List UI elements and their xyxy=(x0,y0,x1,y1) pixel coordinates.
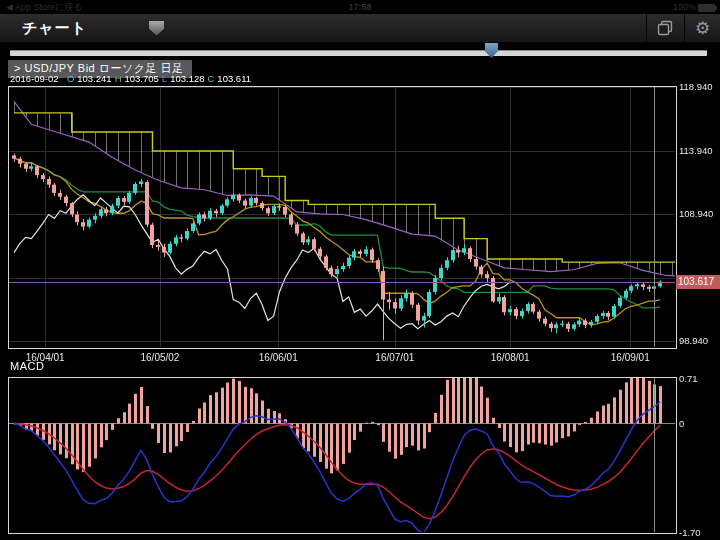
macd-axis-label: 0.71 xyxy=(679,373,698,384)
settings-button[interactable]: ⚙ xyxy=(684,14,720,42)
y-axis-label: 108.940 xyxy=(679,208,713,219)
x-axis-label: 16/08/01 xyxy=(484,352,536,363)
chart-selector-icon[interactable] xyxy=(149,21,164,36)
current-price-badge: 103.617 xyxy=(676,275,720,289)
nav-bar: チャート ⚙ xyxy=(0,14,720,43)
low-label: L xyxy=(162,73,167,84)
close-value: 103.611 xyxy=(217,73,251,84)
windows-button[interactable] xyxy=(646,14,682,42)
clock: 17:58 xyxy=(0,2,720,12)
battery-icon xyxy=(698,4,715,12)
open-value: 103.241 xyxy=(77,73,111,84)
x-axis-label: 16/07/01 xyxy=(369,352,421,363)
overlapping-windows-icon xyxy=(657,20,673,36)
high-label: H xyxy=(115,73,122,84)
y-axis-label: 113.940 xyxy=(679,145,713,156)
low-value: 103.128 xyxy=(170,73,204,84)
y-axis-label: 98.940 xyxy=(679,335,708,346)
x-axis-label: 16/06/01 xyxy=(252,352,304,363)
x-axis-label: 16/05/02 xyxy=(134,352,186,363)
ohlc-readout: 2016-09-02 O103.241H103.705L103.128C103.… xyxy=(10,73,254,84)
gear-icon: ⚙ xyxy=(695,20,710,37)
app-window: ◀ App Storeに戻る 17:58 100% チャート ⚙ > USD/J… xyxy=(0,0,720,540)
x-axis-label: 16/09/01 xyxy=(604,352,656,363)
y-axis-label: 118.940 xyxy=(679,81,713,92)
open-label: O xyxy=(67,73,74,84)
time-scrollbar-track[interactable] xyxy=(10,50,707,56)
battery-percent: 100% xyxy=(673,2,696,12)
status-bar: ◀ App Storeに戻る 17:58 100% xyxy=(0,0,720,14)
macd-axis-label: 0 xyxy=(679,418,684,429)
close-label: C xyxy=(207,73,214,84)
quote-date: 2016-09-02 xyxy=(10,73,59,84)
page-title: チャート xyxy=(22,19,87,38)
macd-axis-label: -1.70 xyxy=(679,527,701,538)
x-axis-label: 16/04/01 xyxy=(19,352,71,363)
high-value: 103.705 xyxy=(125,73,159,84)
time-scroll-row xyxy=(0,42,720,60)
